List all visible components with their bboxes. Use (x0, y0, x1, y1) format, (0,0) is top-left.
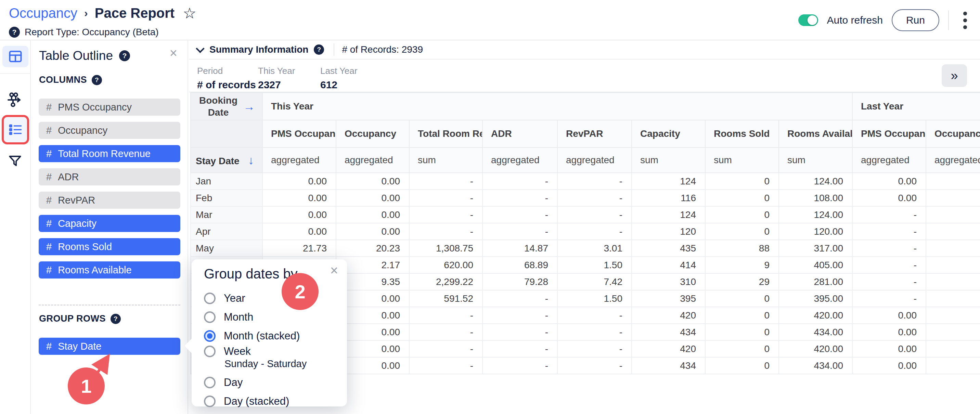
radio-option-day[interactable]: Day (204, 373, 340, 392)
radio-option-month-stacked[interactable]: Month (stacked) (204, 326, 340, 345)
aggregation-cell-7[interactable]: sum (779, 148, 853, 173)
radio-icon[interactable] (204, 293, 216, 304)
column-header-rooms-sold-6[interactable]: Rooms Sold (705, 120, 779, 148)
columns-chip-list: #PMS Occupancy#Occupancy#Total Room Reve… (39, 99, 180, 285)
expand-panel-button[interactable]: » (942, 64, 967, 87)
radio-icon[interactable] (204, 346, 216, 357)
aggregation-cell-3[interactable]: aggregated (482, 148, 557, 173)
cell-sep-3: - (482, 307, 557, 324)
filter-funnel-icon (8, 154, 22, 168)
column-chip-occupancy[interactable]: #Occupancy (39, 122, 180, 139)
chevron-down-icon[interactable] (196, 44, 204, 53)
radio-option-month[interactable]: Month (204, 307, 340, 326)
radio-option-label: Month (224, 311, 253, 323)
cell-feb-8: 0.00 (853, 189, 926, 206)
help-icon[interactable]: ? (119, 50, 130, 61)
rail-item-table-view[interactable] (2, 46, 29, 67)
aggregation-cell-1[interactable]: aggregated (336, 148, 409, 173)
table-group-header-row: Booking Date→This YearLast Year (191, 93, 980, 120)
radio-icon[interactable] (204, 311, 216, 323)
cell-oct-4: - (557, 324, 632, 341)
cell-mar-5: 124 (632, 206, 705, 223)
records-count: # of Records: 2939 (342, 44, 423, 55)
radio-option-day-stacked[interactable]: Day (stacked) (204, 392, 340, 411)
aggregation-cell-9[interactable]: aggregated (926, 148, 980, 173)
column-header-occupancy-9[interactable]: Occupancy (926, 120, 980, 148)
favorite-star-icon[interactable]: ☆ (183, 6, 196, 21)
aggregation-cell-6[interactable]: sum (705, 148, 779, 173)
run-button[interactable]: Run (892, 9, 939, 31)
popup-close-icon[interactable]: × (330, 263, 338, 277)
help-icon[interactable]: ? (111, 314, 121, 324)
annotation-step-1-badge: 1 (68, 368, 105, 404)
aggregation-cell-4[interactable]: aggregated (557, 148, 632, 173)
cell-sep-1: 0.00 (336, 307, 409, 324)
breadcrumb-link-occupancy[interactable]: Occupancy (9, 5, 77, 21)
aggregation-cell-8[interactable]: aggregated (853, 148, 926, 173)
panel-close-icon[interactable]: × (170, 46, 177, 59)
header-divider (948, 10, 949, 30)
row-label-apr: Apr (191, 223, 262, 240)
rail-item-data-flow[interactable] (7, 91, 23, 107)
rail-item-table-outline[interactable] (8, 122, 23, 137)
column-header-capacity-5[interactable]: Capacity (632, 120, 705, 148)
row-label-mar: Mar (191, 206, 262, 223)
column-header-rooms-available-7[interactable]: Rooms Available (779, 120, 853, 148)
stat-last-year: Last Year 612 (320, 66, 357, 91)
column-header-pms-occupancy-8[interactable]: PMS Occupancy (853, 120, 926, 148)
column-header-occupancy-1[interactable]: Occupancy (336, 120, 409, 148)
radio-option-year[interactable]: Year (204, 289, 340, 307)
radio-icon[interactable] (204, 395, 216, 407)
rail-item-filters[interactable] (8, 154, 22, 168)
hash-icon: # (46, 341, 52, 352)
cell-oct-5: 434 (632, 324, 705, 341)
column-chip-adr[interactable]: #ADR (39, 168, 180, 185)
chip-label: Rooms Available (58, 264, 131, 276)
cell-dec-3: - (482, 357, 557, 374)
cell-may-9 (926, 240, 980, 256)
column-chip-rooms-sold[interactable]: #Rooms Sold (39, 238, 180, 255)
column-chip-capacity[interactable]: #Capacity (39, 215, 180, 232)
aggregation-cell-5[interactable]: sum (632, 148, 705, 173)
kebab-menu-icon[interactable] (958, 12, 972, 29)
cell-feb-4: - (557, 189, 632, 206)
aggregation-cell-2[interactable]: sum (409, 148, 482, 173)
aggregation-cell-0[interactable]: aggregated (262, 148, 336, 173)
column-chip-rooms-available[interactable]: #Rooms Available (39, 261, 180, 279)
table-row-may: May21.7320.231,308.7514.873.0143588317.0… (191, 240, 980, 256)
column-header-pms-occupancy-0[interactable]: PMS Occupancy (262, 120, 336, 148)
auto-refresh-label: Auto refresh (827, 14, 883, 26)
auto-refresh-toggle[interactable] (798, 14, 818, 26)
corner-header-booking-date[interactable]: Booking Date→ (191, 93, 262, 120)
radio-icon[interactable] (204, 377, 216, 389)
help-icon[interactable]: ? (9, 27, 20, 38)
cell-mar-3: - (482, 206, 557, 223)
radio-selected-icon[interactable] (204, 330, 216, 342)
cell-apr-0: 0.00 (262, 223, 336, 240)
cell-feb-3: - (482, 189, 557, 206)
cell-nov-3: - (482, 341, 557, 357)
corner-header-inner: Booking Date→ (191, 94, 262, 118)
radio-option-week[interactable]: WeekSunday - Saturday (204, 345, 340, 373)
cell-mar-8: - (853, 206, 926, 223)
help-icon[interactable]: ? (314, 45, 324, 55)
cell-oct-1: 0.00 (336, 324, 409, 341)
cell-nov-4: - (557, 341, 632, 357)
column-header-revpar-4[interactable]: RevPAR (557, 120, 632, 148)
breadcrumb: Occupancy › Pace Report ☆ (9, 5, 196, 21)
column-header-total-room-reve-2[interactable]: Total Room Reve... (409, 120, 482, 148)
cell-jan-3: - (482, 173, 557, 189)
column-header-adr-3[interactable]: ADR (482, 120, 557, 148)
cell-oct-3: - (482, 324, 557, 341)
sort-desc-icon[interactable]: ↓ (245, 154, 254, 167)
cell-aug-8: - (853, 290, 926, 307)
column-chip-total-room-revenue[interactable]: #Total Room Revenue (39, 145, 180, 162)
cell-jul-5: 310 (632, 273, 705, 290)
help-icon[interactable]: ? (92, 75, 102, 85)
popup-options-list: YearMonthMonth (stacked)WeekSunday - Sat… (204, 289, 340, 411)
row-header-stay-date[interactable]: Stay Date ↓ (191, 148, 262, 173)
stat-period: Period # of records (197, 66, 256, 91)
column-chip-pms-occupancy[interactable]: #PMS Occupancy (39, 99, 180, 116)
cell-apr-4: - (557, 223, 632, 240)
column-chip-revpar[interactable]: #RevPAR (39, 192, 180, 209)
